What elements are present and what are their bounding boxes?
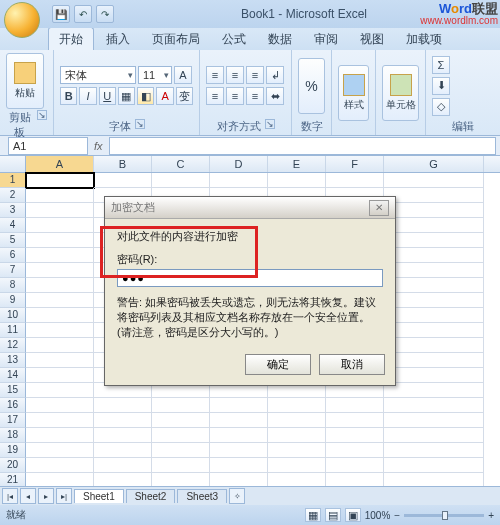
fx-icon[interactable]: fx (94, 140, 103, 152)
cell[interactable] (384, 188, 484, 203)
cell[interactable] (384, 398, 484, 413)
fill-icon[interactable]: ⬇ (432, 77, 450, 95)
row-header[interactable]: 19 (0, 443, 26, 458)
cell[interactable] (26, 233, 94, 248)
phonetic-button[interactable]: 变 (176, 87, 193, 105)
cell[interactable] (26, 383, 94, 398)
cell[interactable] (152, 398, 210, 413)
tab-formulas[interactable]: 公式 (212, 28, 256, 50)
align-top-icon[interactable]: ≡ (206, 66, 224, 84)
cell[interactable] (26, 398, 94, 413)
cell[interactable] (326, 443, 384, 458)
cell[interactable] (384, 443, 484, 458)
cell[interactable] (152, 443, 210, 458)
row-header[interactable]: 3 (0, 203, 26, 218)
clear-icon[interactable]: ◇ (432, 98, 450, 116)
password-input[interactable] (117, 269, 383, 287)
cell[interactable] (26, 428, 94, 443)
align-launcher-icon[interactable]: ↘ (265, 119, 275, 129)
font-launcher-icon[interactable]: ↘ (135, 119, 145, 129)
redo-icon[interactable]: ↷ (96, 5, 114, 23)
row-header[interactable]: 5 (0, 233, 26, 248)
col-header-F[interactable]: F (326, 156, 384, 172)
cell[interactable] (326, 428, 384, 443)
cell[interactable] (384, 473, 484, 486)
cell[interactable] (384, 173, 484, 188)
undo-icon[interactable]: ↶ (74, 5, 92, 23)
cell[interactable] (26, 338, 94, 353)
cell[interactable] (268, 473, 326, 486)
cell[interactable] (152, 428, 210, 443)
styles-button[interactable]: 样式 (338, 65, 369, 121)
cell[interactable] (26, 323, 94, 338)
cell[interactable] (210, 398, 268, 413)
cell[interactable] (94, 443, 152, 458)
cell[interactable] (268, 413, 326, 428)
col-header-C[interactable]: C (152, 156, 210, 172)
row-header[interactable]: 15 (0, 383, 26, 398)
cell[interactable] (26, 368, 94, 383)
col-header-D[interactable]: D (210, 156, 268, 172)
sheet-nav-last-icon[interactable]: ▸| (56, 488, 72, 504)
cell[interactable] (26, 278, 94, 293)
cell[interactable] (94, 428, 152, 443)
sheet-tab-3[interactable]: Sheet3 (177, 489, 227, 503)
sheet-nav-next-icon[interactable]: ▸ (38, 488, 54, 504)
cell[interactable] (384, 413, 484, 428)
font-color-button[interactable]: A (156, 87, 173, 105)
dialog-titlebar[interactable]: 加密文档 ✕ (105, 197, 395, 219)
name-box[interactable]: A1 (8, 137, 88, 155)
cell[interactable] (326, 398, 384, 413)
cell[interactable] (384, 263, 484, 278)
cell[interactable] (384, 338, 484, 353)
row-header[interactable]: 12 (0, 338, 26, 353)
cell[interactable] (384, 218, 484, 233)
paste-button[interactable]: 粘贴 (6, 53, 44, 109)
save-icon[interactable]: 💾 (52, 5, 70, 23)
number-format-button[interactable]: % (298, 58, 325, 114)
cell[interactable] (210, 458, 268, 473)
row-header[interactable]: 4 (0, 218, 26, 233)
cell[interactable] (152, 458, 210, 473)
row-header[interactable]: 10 (0, 308, 26, 323)
row-header[interactable]: 11 (0, 323, 26, 338)
row-header[interactable]: 2 (0, 188, 26, 203)
col-header-B[interactable]: B (94, 156, 152, 172)
new-sheet-icon[interactable]: ✧ (229, 488, 245, 504)
cell[interactable] (268, 443, 326, 458)
cell[interactable] (326, 473, 384, 486)
view-layout-icon[interactable]: ▤ (325, 508, 341, 522)
formula-bar[interactable] (109, 137, 496, 155)
row-header[interactable]: 14 (0, 368, 26, 383)
cell[interactable] (26, 248, 94, 263)
cell[interactable] (210, 428, 268, 443)
row-header[interactable]: 9 (0, 293, 26, 308)
grow-font-icon[interactable]: A (174, 66, 192, 84)
wrap-text-icon[interactable]: ↲ (266, 66, 284, 84)
cell[interactable] (384, 248, 484, 263)
merge-icon[interactable]: ⬌ (266, 87, 284, 105)
cell[interactable] (26, 353, 94, 368)
zoom-out-icon[interactable]: − (394, 510, 400, 521)
cell[interactable] (210, 443, 268, 458)
view-normal-icon[interactable]: ▦ (305, 508, 321, 522)
cell[interactable] (26, 458, 94, 473)
cell[interactable] (210, 173, 268, 188)
row-header[interactable]: 1 (0, 173, 26, 188)
cell[interactable] (26, 203, 94, 218)
align-bot-icon[interactable]: ≡ (246, 66, 264, 84)
bold-button[interactable]: B (60, 87, 77, 105)
row-header[interactable]: 20 (0, 458, 26, 473)
office-button[interactable] (4, 2, 40, 38)
cell[interactable] (268, 458, 326, 473)
cell[interactable] (26, 263, 94, 278)
cell[interactable] (210, 413, 268, 428)
sheet-tab-2[interactable]: Sheet2 (126, 489, 176, 503)
cell[interactable] (268, 398, 326, 413)
cell[interactable] (384, 323, 484, 338)
cell[interactable] (152, 413, 210, 428)
border-button[interactable]: ▦ (118, 87, 135, 105)
cell[interactable] (26, 308, 94, 323)
cell[interactable] (384, 368, 484, 383)
cell[interactable] (152, 173, 210, 188)
